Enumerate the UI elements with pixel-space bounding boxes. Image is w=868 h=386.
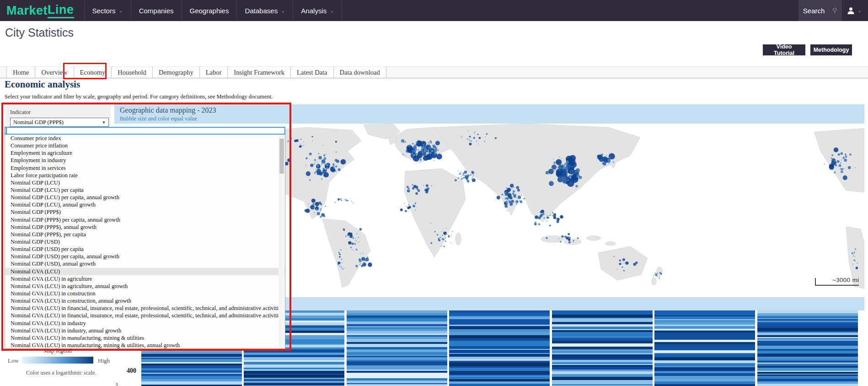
heatmap-column [552, 310, 653, 386]
chevron-down-icon: ⌄ [857, 8, 862, 14]
indicator-selected-value: Nominal GDP (PPP$) [13, 119, 64, 126]
indicator-option[interactable]: Nominal GVA (LCU) in financial, insuranc… [5, 312, 285, 319]
indicator-option[interactable]: Nominal GDP (PPP$), per capita [5, 231, 285, 238]
indicator-option[interactable]: Nominal GVA (LCU) in construction, annua… [5, 297, 285, 304]
map-scale-label: ~3000 mi [832, 277, 859, 283]
indicator-option[interactable]: Nominal GDP (LCU) per capita, annual gro… [5, 194, 285, 201]
map-subtitle: Bubble size and color equal value [120, 115, 197, 122]
tab-latest-data[interactable]: Latest Data [290, 67, 333, 78]
heatmap-column [347, 310, 447, 386]
scrollbar-thumb[interactable] [279, 139, 284, 174]
section-heading: Economic analysis [5, 79, 80, 90]
indicator-option[interactable]: Employment in industry [5, 157, 285, 164]
indicator-option[interactable]: Nominal GDP (LCU), annual growth [5, 201, 285, 208]
map-header-band: Geographic data mapping - 2023 Bubble si… [114, 104, 864, 124]
indicator-option[interactable]: Nominal GVA (LCU) [5, 268, 285, 275]
tab-insight-framework[interactable]: Insight Framework [227, 67, 290, 78]
methodology-button[interactable]: Methodology [810, 44, 852, 55]
text-cursor [6, 128, 7, 134]
indicator-option[interactable]: Nominal GVA (LCU) in agriculture, annual… [5, 283, 285, 290]
search-button[interactable]: Search ⚲ [798, 0, 842, 21]
nav-menu: Sectors⌄CompaniesGeographiesDatabases⌄An… [84, 0, 342, 21]
user-icon [847, 6, 855, 15]
instruction-text: Select your indicator and filter by scal… [5, 93, 273, 100]
user-menu[interactable]: ⌄ [842, 0, 868, 21]
nav-item-label: Analysis [301, 7, 327, 15]
tab-demography[interactable]: Demography [152, 67, 199, 78]
nav-item-label: Geographies [190, 7, 229, 15]
indicator-option[interactable]: Nominal GDP (USD) [5, 238, 285, 245]
indicator-option[interactable]: Nominal GDP (USD), annual growth [5, 260, 285, 267]
legend-note: Color uses a logarithmic scale. [26, 370, 96, 376]
tab-data-download[interactable]: Data download [333, 67, 386, 78]
tab-bar: HomeOverviewEconomyHouseholdDemographyLa… [0, 66, 868, 78]
video-tutorial-button[interactable]: Video Tutorial [763, 44, 805, 55]
indicator-option[interactable]: Nominal GVA (LCU) in industry, annual gr… [5, 327, 285, 334]
indicator-option[interactable]: Employment in services [5, 164, 285, 172]
indicator-option[interactable]: Nominal GVA (LCU) in financial, insuranc… [5, 304, 285, 312]
indicator-option[interactable]: Nominal GVA (LCU) in manufacturing, mini… [5, 334, 285, 342]
indicator-option[interactable]: Nominal GDP (USD) per capita, annual gro… [5, 253, 285, 260]
heatmap-axis-fragment: x [116, 381, 118, 386]
legend-gradient-bar [22, 357, 93, 364]
marketline-logo[interactable]: MarketLine [0, 0, 84, 21]
logo-text-line: Line [48, 3, 74, 18]
select-chevron-icon: ▼ [102, 120, 106, 125]
indicator-option[interactable]: Employment in agriculture [5, 149, 285, 157]
heatmap-axis-value: 400 [127, 367, 136, 375]
tab-household[interactable]: Household [111, 67, 152, 78]
indicator-option[interactable]: Nominal GDP (PPP$) [5, 208, 285, 216]
indicator-search-input[interactable] [5, 127, 285, 135]
search-icon: ⚲ [832, 6, 837, 15]
logo-text-market: Market [6, 4, 48, 18]
indicator-option[interactable]: Consumer price index [5, 135, 285, 142]
map-legend-title: Map legend [43, 347, 72, 354]
nav-item-databases[interactable]: Databases⌄ [236, 0, 293, 21]
nav-item-analysis[interactable]: Analysis⌄ [293, 0, 342, 21]
nav-item-sectors[interactable]: Sectors⌄ [84, 0, 131, 21]
indicator-option-list: Consumer price indexConsumer price infla… [5, 135, 285, 349]
indicator-option[interactable]: Consumer price inflation [5, 142, 285, 149]
nav-item-geographies[interactable]: Geographies [182, 0, 237, 21]
indicator-option[interactable]: Nominal GDP (USD) per capita [5, 245, 285, 253]
heatmap-column [654, 310, 755, 386]
nav-item-label: Companies [139, 7, 174, 15]
page-title: City Statistics [5, 26, 74, 39]
indicator-label: Indicator [10, 109, 31, 116]
legend-low-label: Low [8, 357, 19, 364]
indicator-select[interactable]: Nominal GDP (PPP$) ▼ [10, 118, 109, 127]
top-navbar: MarketLine Sectors⌄CompaniesGeographiesD… [0, 0, 868, 21]
map-continents [229, 124, 864, 288]
indicator-option[interactable]: Nominal GVA (LCU) in agriculture [5, 275, 285, 283]
chevron-down-icon: ⌄ [281, 8, 285, 14]
scrollbar-track[interactable] [279, 135, 284, 348]
indicator-option[interactable]: Nominal GVA (LCU) in construction [5, 290, 285, 297]
chevron-down-icon: ⌄ [330, 8, 334, 14]
nav-item-companies[interactable]: Companies [131, 0, 182, 21]
indicator-option[interactable]: Nominal GDP (LCU) per capita [5, 186, 285, 194]
tab-overview[interactable]: Overview [35, 67, 73, 78]
nav-spacer [342, 0, 798, 21]
indicator-option[interactable]: Nominal GDP (PPP$) per capita, annual gr… [5, 216, 285, 223]
tab-home[interactable]: Home [6, 67, 35, 78]
legend-high-label: High [98, 357, 110, 364]
tab-labor[interactable]: Labor [199, 67, 228, 78]
chevron-down-icon: ⌄ [118, 8, 123, 14]
heatmap-column [757, 310, 858, 386]
map-title: Geographic data mapping - 2023 [120, 106, 216, 114]
app-window: MarketLine Sectors⌄CompaniesGeographiesD… [0, 0, 868, 386]
indicator-option[interactable]: Nominal GVA (LCU) in industry [5, 320, 285, 327]
nav-item-label: Sectors [92, 7, 116, 15]
tab-economy[interactable]: Economy [74, 67, 112, 78]
nav-item-label: Databases [245, 7, 278, 15]
indicator-option[interactable]: Labor force participation rate [5, 172, 285, 179]
indicator-option[interactable]: Nominal GDP (LCU) [5, 179, 285, 186]
indicator-option[interactable]: Nominal GDP (PPP$), annual growth [5, 223, 285, 231]
heatmap-column [449, 310, 550, 386]
search-label: Search [803, 7, 825, 15]
